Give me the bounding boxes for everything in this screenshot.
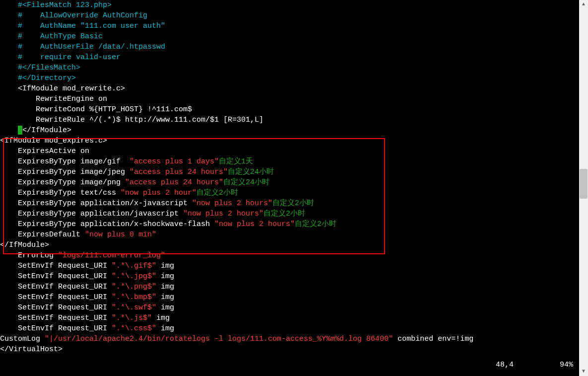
code-token: img xyxy=(156,303,174,312)
code-token: # AuthType Basic xyxy=(0,32,103,41)
code-token: SetEnvIf Request_URI xyxy=(0,283,112,291)
code-line: SetEnvIf Request_URI ".*\.css$" img xyxy=(0,323,579,334)
code-token: 自定义24小时 xyxy=(223,178,269,187)
code-token: ".*\.gif$" xyxy=(112,262,156,270)
code-token: ExpiresByType image/gif xyxy=(0,157,130,166)
code-line: ExpiresActive on xyxy=(0,146,579,156)
code-token: ExpiresDefault xyxy=(0,230,85,239)
code-token: ExpiresByType application/x-shockwave-fl… xyxy=(0,220,214,228)
code-token: "access plus 24 hours" xyxy=(125,178,223,187)
code-line: <IfModule mod_rewrite.c> xyxy=(0,83,579,94)
code-line: </VirtualHost> xyxy=(0,344,579,355)
scroll-up-button[interactable]: ▲ xyxy=(579,0,588,9)
code-token: ".*\.js$" xyxy=(112,314,152,322)
code-token xyxy=(0,126,18,135)
code-line: RewriteCond %{HTTP_HOST} !^111.com$ xyxy=(0,104,579,115)
code-line: SetEnvIf Request_URI ".*\.gif$" img xyxy=(0,261,579,271)
code-line: RewriteRule ^/(.*)$ http://www.111.com/$… xyxy=(0,115,579,125)
code-token: img xyxy=(152,314,170,322)
code-line: ExpiresByType application/x-javascript "… xyxy=(0,198,579,209)
code-line: ExpiresByType image/png "access plus 24 … xyxy=(0,177,579,188)
cursor-position: 48,4 xyxy=(496,360,555,370)
code-token: img xyxy=(156,293,174,301)
code-token: SetEnvIf Request_URI xyxy=(0,272,112,281)
code-token: 自定义2小时 xyxy=(196,189,238,197)
code-token: "now plus 2 hours" xyxy=(214,220,295,228)
code-line: SetEnvIf Request_URI ".*\.js$" img xyxy=(0,313,579,323)
code-line: </IfModule> xyxy=(0,125,579,136)
code-token: SetEnvIf Request_URI xyxy=(0,303,112,312)
code-line: #</FilesMatch> xyxy=(0,63,579,73)
code-token: ErrorLog xyxy=(0,251,58,260)
code-token: img xyxy=(156,272,174,281)
code-token: SetEnvIf Request_URI xyxy=(0,293,112,301)
code-line: SetEnvIf Request_URI ".*\.swf$" img xyxy=(0,302,579,313)
code-line: #</Directory> xyxy=(0,73,579,83)
code-token: </VirtualHost> xyxy=(0,345,63,354)
code-line: CustomLog "|/usr/local/apache2.4/bin/rot… xyxy=(0,334,579,344)
code-line: ErrorLog "logs/111.com-error_log" xyxy=(0,250,579,261)
code-token: RewriteRule ^/(.*)$ http://www.111.com/$… xyxy=(0,116,263,124)
code-token: #</FilesMatch> xyxy=(0,64,80,72)
code-line: ExpiresDefault "now plus 0 min" xyxy=(0,229,579,240)
code-token: "now plus 2 hours" xyxy=(192,199,272,208)
code-token: "now plus 2 hours" xyxy=(183,210,263,218)
code-line: # AuthName "111.com user auth" xyxy=(0,21,579,31)
code-token: "access plus 1 days" xyxy=(130,157,219,166)
code-token: RewriteEngine on xyxy=(0,95,107,103)
scroll-percent: 94% xyxy=(560,361,573,369)
code-line: # AllowOverride AuthConfig xyxy=(0,10,579,21)
code-token: "logs/111.com-error_log" xyxy=(58,251,165,260)
code-line: SetEnvIf Request_URI ".*\.jpg$" img xyxy=(0,271,579,282)
code-token: <IfModule mod_expires.c> xyxy=(0,137,107,145)
code-token: #</Directory> xyxy=(0,74,76,82)
text-cursor xyxy=(18,126,22,135)
code-token: ".*\.css$" xyxy=(112,324,156,333)
code-token: </IfModule> xyxy=(0,241,49,249)
code-token: CustomLog xyxy=(0,335,45,343)
code-token: RewriteCond %{HTTP_HOST} !^111.com$ xyxy=(0,105,192,114)
code-token: ExpiresByType image/jpeg xyxy=(0,168,130,176)
code-token: ExpiresByType application/javascript xyxy=(0,210,183,218)
editor-viewport[interactable]: #<FilesMatch 123.php> # AllowOverride Au… xyxy=(0,0,579,376)
code-token: "now plus 2 hour" xyxy=(121,189,196,197)
scroll-down-button[interactable]: ▼ xyxy=(579,367,588,376)
code-token: <IfModule mod_rewrite.c> xyxy=(0,84,125,93)
scroll-thumb[interactable] xyxy=(580,169,588,199)
code-line: # AuthUserFile /data/.htpasswd xyxy=(0,42,579,52)
code-token: 自定义1天 xyxy=(219,157,253,166)
code-token: 自定义24小时 xyxy=(228,168,274,176)
code-token: combined env=!img xyxy=(393,335,473,343)
code-token: ExpiresByType image/png xyxy=(0,178,125,187)
code-token: # require valid-user xyxy=(0,53,121,62)
code-line: # AuthType Basic xyxy=(0,31,579,42)
code-token: # AuthName "111.com user auth" xyxy=(0,22,165,30)
code-token: ".*\.png$" xyxy=(112,283,156,291)
code-line: </IfModule> xyxy=(0,240,579,250)
code-token: </IfModule> xyxy=(22,126,71,135)
code-token: ".*\.jpg$" xyxy=(112,272,156,281)
code-token: img xyxy=(156,283,174,291)
code-token: SetEnvIf Request_URI xyxy=(0,314,112,322)
code-token: # AllowOverride AuthConfig xyxy=(0,11,147,20)
code-line: ExpiresByType text/css "now plus 2 hour"… xyxy=(0,188,579,198)
code-token: ExpiresByType text/css xyxy=(0,189,121,197)
code-line: ExpiresByType application/javascript "no… xyxy=(0,209,579,219)
code-token: ExpiresByType application/x-javascript xyxy=(0,199,192,208)
code-line: SetEnvIf Request_URI ".*\.png$" img xyxy=(0,282,579,292)
vertical-scrollbar[interactable]: ▲ ▼ xyxy=(579,0,588,376)
code-token: SetEnvIf Request_URI xyxy=(0,262,112,270)
code-token: ".*\.bmp$" xyxy=(112,293,156,301)
code-line: <IfModule mod_expires.c> xyxy=(0,136,579,146)
code-line: #<FilesMatch 123.php> xyxy=(0,0,579,10)
code-line: SetEnvIf Request_URI ".*\.bmp$" img xyxy=(0,292,579,302)
code-line: ExpiresByType image/jpeg "access plus 24… xyxy=(0,167,579,177)
code-line: ExpiresByType application/x-shockwave-fl… xyxy=(0,219,579,229)
code-token: ".*\.swf$" xyxy=(112,303,156,312)
code-token: img xyxy=(156,324,174,333)
code-token: "access plus 24 hours" xyxy=(130,168,228,176)
code-token: 自定义2小时 xyxy=(263,210,305,218)
code-token: "now plus 0 min" xyxy=(85,230,156,239)
code-line: # require valid-user xyxy=(0,52,579,63)
code-token: "|/usr/local/apache2.4/bin/rotatelogs -l… xyxy=(45,335,393,343)
